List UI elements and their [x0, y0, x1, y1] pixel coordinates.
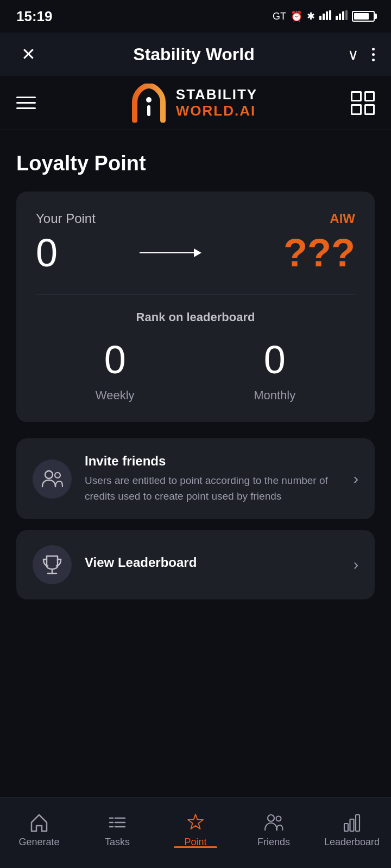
rank-label: Rank on leaderboard: [36, 310, 355, 324]
view-leaderboard-title: View Leaderboard: [85, 555, 340, 570]
svg-point-10: [45, 471, 53, 478]
logo-worldai-text: WORLD.AI: [176, 103, 257, 119]
svg-point-8: [146, 97, 152, 103]
weekly-rank-item: 0 Weekly: [96, 337, 135, 403]
status-icons: GT ⏰ ✱: [273, 10, 375, 23]
svg-rect-23: [350, 819, 354, 831]
loyalty-points-card: Your Point AIW 0 ??? Rank on leaderboard…: [16, 192, 375, 422]
hamburger-menu-button[interactable]: [16, 97, 36, 109]
grid-view-button[interactable]: [351, 91, 375, 115]
bottom-nav: Generate Tasks Point Friends: [0, 797, 391, 868]
svg-rect-22: [344, 824, 348, 831]
svg-point-11: [55, 473, 60, 478]
hamburger-line-3: [16, 107, 36, 109]
logo-stability-text: STABILITY: [176, 87, 257, 103]
bluetooth-icon: ✱: [307, 10, 315, 22]
wifi-icon: GT: [273, 11, 286, 22]
logo[interactable]: STABILITY WORLD.AI: [129, 84, 257, 123]
grid-cell-2: [364, 91, 375, 102]
chevron-down-icon: ∨: [348, 46, 359, 63]
people-icon: [41, 469, 63, 489]
invite-friends-desc: Users are entitled to point according to…: [85, 473, 340, 504]
invite-friends-title: Invite friends: [85, 454, 340, 469]
aiw-converted-value: ???: [283, 231, 355, 275]
nav-tasks-label: Tasks: [105, 837, 130, 848]
points-values-row: 0 ???: [36, 231, 355, 275]
logo-icon: [129, 84, 168, 123]
point-value: 0: [36, 231, 58, 275]
rank-row: 0 Weekly 0 Monthly: [36, 337, 355, 403]
svg-rect-5: [339, 14, 341, 20]
svg-point-21: [276, 816, 281, 821]
monthly-rank-item: 0 Monthly: [254, 337, 295, 403]
monthly-label: Monthly: [254, 388, 295, 403]
weekly-label: Weekly: [96, 388, 135, 403]
active-indicator: [174, 846, 217, 848]
nav-leaderboard-label: Leaderboard: [324, 837, 380, 848]
svg-rect-0: [319, 16, 321, 20]
monthly-rank-value: 0: [264, 337, 286, 382]
svg-rect-4: [336, 16, 338, 20]
dot2: [372, 53, 375, 56]
logo-bar: STABILITY WORLD.AI: [0, 76, 391, 130]
chart-icon: [342, 813, 362, 832]
nav-item-generate[interactable]: Generate: [0, 813, 78, 848]
nav-generate-label: Generate: [18, 837, 59, 848]
loyalty-section-title: Loyalty Point: [16, 152, 375, 175]
svg-rect-7: [345, 10, 348, 20]
page-title: Stability World: [133, 44, 254, 65]
view-leaderboard-text: View Leaderboard: [85, 555, 340, 575]
invite-friends-chevron-icon: ›: [354, 470, 358, 488]
hamburger-line-1: [16, 97, 36, 98]
leaderboard-icon-wrap: [33, 545, 72, 584]
svg-point-20: [268, 815, 274, 821]
arrow-head-icon: [194, 248, 201, 257]
tasks-icon: [108, 813, 127, 832]
nav-item-leaderboard[interactable]: Leaderboard: [313, 813, 391, 848]
your-point-label: Your Point: [36, 211, 96, 226]
arrow-line: [140, 252, 194, 253]
nav-item-friends[interactable]: Friends: [235, 813, 313, 848]
conversion-arrow: [58, 248, 283, 257]
home-icon: [29, 813, 49, 832]
dot3: [372, 59, 375, 61]
logo-text: STABILITY WORLD.AI: [176, 87, 257, 119]
more-options-button[interactable]: [372, 42, 375, 66]
invite-friends-card[interactable]: Invite friends Users are entitled to poi…: [16, 438, 375, 519]
invite-friends-text: Invite friends Users are entitled to poi…: [85, 454, 340, 504]
nav-friends-label: Friends: [257, 837, 290, 848]
nav-right-actions: ∨: [348, 42, 375, 66]
battery-icon: [352, 11, 375, 22]
weekly-rank-value: 0: [104, 337, 126, 382]
svg-rect-2: [326, 11, 328, 20]
status-time: 15:19: [16, 8, 53, 25]
hamburger-line-2: [16, 102, 36, 104]
star-icon: [186, 813, 205, 832]
svg-rect-3: [329, 10, 331, 20]
nav-item-point[interactable]: Point: [156, 813, 235, 848]
svg-rect-24: [356, 815, 360, 831]
view-leaderboard-card[interactable]: View Leaderboard ›: [16, 530, 375, 599]
aiw-currency-label: AIW: [330, 211, 355, 226]
top-nav: ✕ Stability World ∨: [0, 33, 391, 76]
trophy-icon: [41, 554, 63, 576]
nav-item-tasks[interactable]: Tasks: [78, 813, 156, 848]
points-top-row: Your Point AIW: [36, 211, 355, 226]
main-content: Loyalty Point Your Point AIW 0 ??? Rank …: [0, 130, 391, 692]
dropdown-button[interactable]: ∨: [348, 46, 359, 63]
view-leaderboard-chevron-icon: ›: [354, 556, 358, 573]
card-divider: [36, 295, 355, 295]
alarm-icon: ⏰: [291, 10, 302, 22]
svg-rect-9: [147, 105, 150, 116]
signal-icon: [319, 10, 331, 23]
dot1: [372, 48, 375, 50]
grid-cell-4: [364, 104, 375, 115]
friends-nav-icon: [264, 813, 283, 832]
grid-cell-3: [351, 104, 362, 115]
svg-rect-1: [323, 14, 325, 20]
status-bar: 15:19 GT ⏰ ✱: [0, 0, 391, 33]
rank-section: Rank on leaderboard 0 Weekly 0 Monthly: [36, 310, 355, 403]
grid-cell-1: [351, 91, 362, 102]
svg-rect-6: [342, 11, 344, 20]
close-button[interactable]: ✕: [16, 42, 40, 66]
